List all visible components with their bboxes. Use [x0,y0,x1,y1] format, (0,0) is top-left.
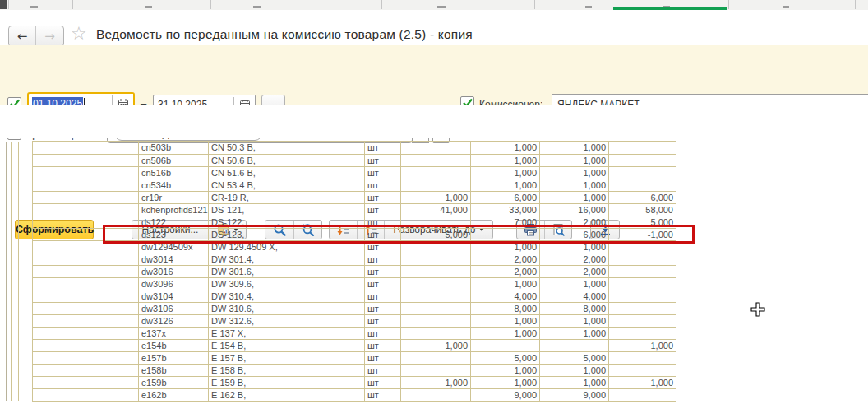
table-cell[interactable]: шт [365,228,401,240]
table-cell[interactable] [33,166,139,179]
table-cell[interactable]: 1,000 [471,327,540,339]
table-cell[interactable]: 5,000 [609,216,676,228]
table-cell[interactable] [609,142,676,154]
table-cell[interactable]: ds123 [139,228,209,240]
table-cell[interactable]: шт [365,277,401,290]
table-cell[interactable]: DS-122, [209,216,365,228]
table-cell[interactable]: cn534b [139,179,209,191]
table-cell[interactable]: шт [365,179,401,191]
table-cell[interactable]: 4,000 [471,290,540,302]
table-cell[interactable]: ds122 [139,216,209,228]
table-cell[interactable] [401,142,471,154]
table-cell[interactable]: CN 51.6 B, [209,166,365,179]
table-cell[interactable] [33,228,139,240]
table-cell[interactable]: 7,000 [471,216,540,228]
favorite-star-icon[interactable]: ☆ [71,23,87,44]
table-cell[interactable]: dw3014 [139,253,209,265]
table-cell[interactable]: DW 309.6, [209,277,365,290]
table-cell[interactable]: шт [365,191,401,203]
table-cell[interactable] [609,240,676,253]
table-cell[interactable]: шт [365,240,401,253]
table-cell[interactable]: cn516b [139,166,209,179]
table-cell[interactable]: 9,000 [540,388,609,401]
table-cell[interactable] [401,265,471,277]
table-cell[interactable] [33,216,139,228]
table-cell[interactable] [33,179,139,191]
table-cell[interactable]: 2,000 [471,265,540,277]
table-cell[interactable]: 5,000 [540,351,609,364]
table-cell[interactable] [33,191,139,203]
table-cell[interactable] [401,179,471,191]
table-cell[interactable] [33,376,139,388]
table-cell[interactable]: 16,000 [540,203,609,216]
table-cell[interactable]: 1,000 [471,154,540,166]
table-cell[interactable]: 9,000 [471,388,540,401]
table-cell[interactable] [609,154,676,166]
table-cell[interactable]: 1,000 [471,277,540,290]
table-cell[interactable]: 1,000 [471,179,540,191]
table-cell[interactable]: шт [365,364,401,376]
table-cell[interactable] [609,388,676,401]
table-cell[interactable]: dw3096 [139,277,209,290]
table-cell[interactable] [33,253,139,265]
table-cell[interactable]: cn506b [139,154,209,166]
table-cell[interactable]: cn503b [139,142,209,154]
table-cell[interactable]: e157b [139,351,209,364]
table-cell[interactable]: e137x [139,327,209,339]
table-cell[interactable]: шт [365,290,401,302]
table-cell[interactable] [401,166,471,179]
table-cell[interactable] [401,388,471,401]
table-cell[interactable] [33,265,139,277]
table-cell[interactable]: 1,000 [471,166,540,179]
table-cell[interactable]: шт [365,265,401,277]
table-cell[interactable]: 58,000 [609,203,676,216]
table-cell[interactable] [33,302,139,314]
table-cell[interactable] [33,240,139,253]
table-cell[interactable]: DW 312.6, [209,314,365,327]
table-cell[interactable]: DW 310.4, [209,290,365,302]
table-cell[interactable] [401,364,471,376]
table-cell[interactable] [33,277,139,290]
table-cell[interactable]: DW 301.6, [209,265,365,277]
table-cell[interactable] [33,154,139,166]
table-cell[interactable]: шт [365,216,401,228]
table-cell[interactable] [609,166,676,179]
table-cell[interactable] [609,253,676,265]
table-cell[interactable]: 5,000 [401,228,471,240]
table-cell[interactable]: 1,000 [540,191,609,203]
table-cell[interactable] [609,290,676,302]
table-cell[interactable]: 1,000 [540,364,609,376]
table-cell[interactable]: E 159 B, [209,376,365,388]
table-cell[interactable]: dw3126 [139,314,209,327]
table-cell[interactable]: E 154 B, [209,339,365,351]
table-cell[interactable] [401,240,471,253]
table-cell[interactable]: 8,000 [540,302,609,314]
table-cell[interactable]: 1,000 [471,364,540,376]
table-cell[interactable]: CR-19 R, [209,191,365,203]
table-cell[interactable] [401,302,471,314]
table-cell[interactable]: шт [365,142,401,154]
table-cell[interactable]: шт [365,388,401,401]
table-cell[interactable] [401,351,471,364]
table-cell[interactable]: шт [365,302,401,314]
table-cell[interactable]: DW 310.6, [209,302,365,314]
table-cell[interactable]: 1,000 [401,191,471,203]
table-cell[interactable]: -1,000 [609,228,676,240]
back-button[interactable]: ← [9,26,36,46]
table-cell[interactable] [401,253,471,265]
table-cell[interactable] [401,314,471,327]
table-cell[interactable]: 1,000 [540,142,609,154]
table-cell[interactable]: 1,000 [540,277,609,290]
table-cell[interactable]: 5,000 [471,351,540,364]
table-cell[interactable]: e154b [139,339,209,351]
table-cell[interactable] [540,339,609,351]
table-cell[interactable]: 1,000 [401,376,471,388]
table-cell[interactable]: CN 50.3 B, [209,142,365,154]
table-cell[interactable] [471,339,540,351]
table-cell[interactable]: dw3016 [139,265,209,277]
table-cell[interactable] [609,302,676,314]
table-cell[interactable]: E 157 B, [209,351,365,364]
table-cell[interactable]: 6,000 [609,191,676,203]
table-cell[interactable]: шт [365,339,401,351]
table-cell[interactable] [33,142,139,154]
